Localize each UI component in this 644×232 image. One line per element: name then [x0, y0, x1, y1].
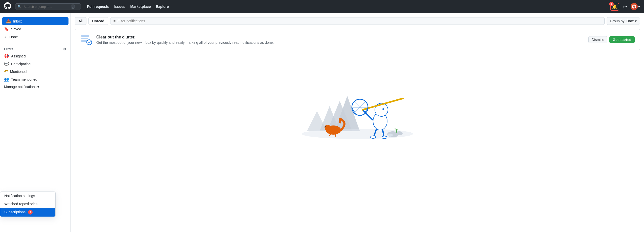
- notification-bell-button[interactable]: 1 🔔: [610, 3, 619, 11]
- filter-bar: All Unread ≡ Group by: Date ▾: [75, 17, 640, 25]
- banner-icon: [80, 33, 92, 46]
- marketplace-link[interactable]: Marketplace: [128, 4, 153, 10]
- manage-chevron-icon: ▾: [37, 85, 39, 89]
- svg-point-21: [382, 136, 387, 139]
- svg-point-20: [371, 136, 376, 138]
- sidebar-inbox-label: Inbox: [13, 19, 22, 23]
- filter-input-wrapper: ≡: [110, 17, 605, 25]
- sidebar-item-mentioned[interactable]: 🏷 Mentioned: [0, 68, 71, 75]
- sidebar-participating-label: Participating: [11, 62, 31, 66]
- sidebar-assigned-label: Assigned: [11, 54, 26, 58]
- sidebar-team-mentioned-label: Team mentioned: [11, 77, 37, 81]
- inbox-icon: 📥: [6, 19, 11, 24]
- topnav: 🔍 / Pull requests Issues Marketplace Exp…: [0, 0, 644, 13]
- dropdown-subscriptions[interactable]: Subscriptions 2: [0, 208, 55, 217]
- layout: 📥 Inbox 🔖 Saved ✓ Done Filters ⚙ 🎯 Assig…: [0, 13, 644, 232]
- filter-icon: ≡: [113, 19, 116, 23]
- topnav-links: Pull requests Issues Marketplace Explore: [85, 4, 171, 10]
- empty-state-illustration: [75, 55, 640, 157]
- participating-icon: 💬: [4, 61, 9, 66]
- sidebar-item-participating[interactable]: 💬 Participating: [0, 60, 71, 68]
- group-by-button[interactable]: Group by: Date ▾: [607, 17, 640, 25]
- banner-text: Clear out the clutter. Get the most out …: [96, 35, 584, 45]
- clutter-banner: Clear out the clutter. Get the most out …: [75, 29, 640, 50]
- group-by-chevron-icon: ▾: [635, 19, 637, 23]
- search-icon: 🔍: [17, 5, 21, 9]
- main-content: All Unread ≡ Group by: Date ▾: [71, 13, 644, 232]
- plus-chevron-icon: ▾: [625, 5, 627, 9]
- sidebar: 📥 Inbox 🔖 Saved ✓ Done Filters ⚙ 🎯 Assig…: [0, 13, 71, 232]
- svg-rect-0: [81, 35, 89, 37]
- filter-input[interactable]: [118, 19, 601, 23]
- sidebar-mentioned-label: Mentioned: [10, 70, 27, 74]
- svg-point-17: [382, 108, 384, 110]
- assigned-icon: 🎯: [4, 54, 9, 58]
- sidebar-item-assigned[interactable]: 🎯 Assigned: [0, 52, 71, 60]
- manage-notifications-dropdown: Notification settings Watched repositori…: [0, 192, 56, 217]
- manage-notifications-label: Manage notifications: [4, 85, 36, 89]
- svg-rect-1: [81, 38, 88, 39]
- github-logo[interactable]: [4, 2, 11, 11]
- avatar: [631, 3, 638, 10]
- search-box[interactable]: 🔍 /: [15, 3, 81, 10]
- svg-rect-2: [81, 40, 87, 42]
- sidebar-item-done[interactable]: ✓ Done: [0, 33, 71, 41]
- sidebar-item-saved[interactable]: 🔖 Saved: [0, 25, 71, 33]
- manage-notifications-trigger[interactable]: Manage notifications ▾: [0, 83, 71, 90]
- team-mentioned-icon: 👥: [4, 77, 9, 82]
- sidebar-item-inbox[interactable]: 📥 Inbox: [2, 17, 68, 25]
- sidebar-saved-label: Saved: [11, 27, 21, 31]
- dropdown-notification-settings[interactable]: Notification settings: [0, 192, 55, 200]
- search-input[interactable]: [24, 5, 69, 9]
- plus-button[interactable]: + ▾: [621, 4, 629, 10]
- dropdown-watched-repos[interactable]: Watched repositories: [0, 200, 55, 208]
- subscriptions-badge: 2: [28, 210, 33, 215]
- pull-requests-link[interactable]: Pull requests: [85, 4, 111, 10]
- topnav-right: 1 🔔 + ▾ ▾: [610, 3, 640, 11]
- notification-bell-wrapper: 1 🔔: [610, 3, 619, 11]
- filters-gear-icon[interactable]: ⚙: [63, 47, 66, 51]
- sidebar-item-team-mentioned[interactable]: 👥 Team mentioned: [0, 75, 71, 83]
- avatar-button[interactable]: ▾: [631, 3, 640, 10]
- tab-unread[interactable]: Unread: [88, 17, 108, 25]
- filters-label: Filters: [4, 47, 13, 51]
- tab-all[interactable]: All: [75, 17, 86, 25]
- get-started-button[interactable]: Get started: [609, 36, 635, 43]
- issues-link[interactable]: Issues: [112, 4, 127, 10]
- svg-point-11: [325, 125, 329, 129]
- group-by-value: Date: [626, 19, 634, 23]
- banner-desc: Get the most out of your new inbox by qu…: [96, 40, 584, 45]
- sidebar-done-label: Done: [9, 35, 18, 39]
- svg-point-31: [388, 134, 393, 137]
- search-kbd: /: [71, 5, 75, 9]
- banner-title: Clear out the clutter.: [96, 35, 584, 39]
- dismiss-button[interactable]: Dismiss: [588, 36, 607, 43]
- svg-line-33: [395, 128, 397, 130]
- sidebar-divider-1: [0, 43, 71, 43]
- group-by-label: Group by:: [610, 19, 625, 23]
- filters-section-header: Filters ⚙: [0, 47, 71, 51]
- check-icon: ✓: [4, 34, 7, 39]
- banner-actions: Dismiss Get started: [588, 36, 635, 43]
- plus-icon: +: [623, 5, 625, 9]
- bookmark-icon: 🔖: [4, 27, 9, 31]
- bell-badge-count: 1: [609, 2, 614, 6]
- avatar-chevron-icon: ▾: [638, 5, 640, 9]
- mentioned-icon: 🏷: [4, 69, 8, 74]
- svg-point-12: [325, 126, 326, 127]
- explore-link[interactable]: Explore: [154, 4, 171, 10]
- subscriptions-label: Subscriptions: [4, 210, 26, 214]
